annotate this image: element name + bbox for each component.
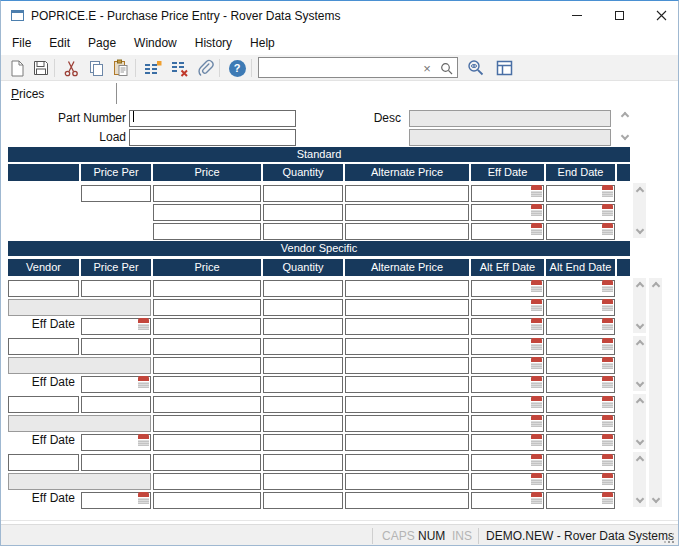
vendor-section-scrollbar[interactable]: [649, 278, 662, 507]
standard-scrollbar[interactable]: [633, 183, 646, 238]
calendar-icon[interactable]: [531, 204, 542, 216]
vendor-alternate-price-input[interactable]: [345, 280, 469, 297]
calendar-icon[interactable]: [531, 223, 542, 235]
vendor-quantity-input[interactable]: [263, 396, 343, 413]
standard-price-input[interactable]: [153, 185, 261, 202]
maximize-button[interactable]: [602, 1, 636, 30]
scroll-up-icon[interactable]: [635, 456, 643, 464]
vendor-price-input[interactable]: [153, 376, 261, 393]
calendar-icon[interactable]: [602, 434, 613, 446]
calendar-icon[interactable]: [531, 318, 542, 330]
vendor-price-per-input[interactable]: [81, 454, 151, 471]
tab-prices[interactable]: Prices: [11, 87, 44, 101]
search-clear-icon[interactable]: ×: [419, 60, 435, 76]
insert-row-button[interactable]: [142, 57, 164, 79]
vendor-price-input[interactable]: [153, 454, 261, 471]
standard-price-per-input[interactable]: [81, 185, 151, 202]
vendor-alternate-price-input[interactable]: [345, 396, 469, 413]
layout-button[interactable]: [493, 57, 515, 79]
load-input[interactable]: [129, 129, 296, 146]
standard-price-input[interactable]: [153, 204, 261, 221]
calendar-icon[interactable]: [531, 338, 542, 350]
standard-quantity-input[interactable]: [263, 185, 343, 202]
calendar-icon[interactable]: [602, 280, 613, 292]
vendor-price-input[interactable]: [153, 415, 261, 432]
new-button[interactable]: [6, 57, 28, 79]
calendar-icon[interactable]: [602, 185, 613, 197]
vendor-alternate-price-input[interactable]: [345, 434, 469, 451]
vendor-alternate-price-input[interactable]: [345, 454, 469, 471]
calendar-icon[interactable]: [531, 357, 542, 369]
calendar-icon[interactable]: [602, 454, 613, 466]
title-bar[interactable]: POPRICE.E - Purchase Price Entry - Rover…: [1, 1, 678, 31]
vendor-alternate-price-input[interactable]: [345, 492, 469, 509]
close-button[interactable]: [644, 1, 678, 30]
scroll-up-icon[interactable]: [635, 187, 643, 195]
menu-page[interactable]: Page: [79, 32, 125, 54]
menu-history[interactable]: History: [186, 32, 241, 54]
vendor-quantity-input[interactable]: [263, 280, 343, 297]
calendar-icon[interactable]: [602, 415, 613, 427]
vendor-alternate-price-input[interactable]: [345, 338, 469, 355]
vendor-alternate-price-input[interactable]: [345, 299, 469, 316]
calendar-icon[interactable]: [531, 185, 542, 197]
scroll-down-icon[interactable]: [635, 495, 643, 503]
vendor-group-scrollbar[interactable]: [633, 394, 646, 449]
vendor-price-input[interactable]: [153, 473, 261, 490]
calendar-icon[interactable]: [602, 473, 613, 485]
search-input[interactable]: [261, 59, 419, 76]
calendar-icon[interactable]: [138, 318, 149, 330]
scroll-up-icon[interactable]: [635, 282, 643, 290]
calendar-icon[interactable]: [602, 204, 613, 216]
scroll-up-icon[interactable]: [651, 282, 659, 290]
desc-scroll-up[interactable]: [617, 109, 633, 123]
scroll-down-icon[interactable]: [635, 437, 643, 445]
standard-price-input[interactable]: [153, 223, 261, 240]
vendor-price-input[interactable]: [153, 357, 261, 374]
standard-quantity-input[interactable]: [263, 223, 343, 240]
vendor-quantity-input[interactable]: [263, 338, 343, 355]
calendar-icon[interactable]: [531, 473, 542, 485]
vendor-quantity-input[interactable]: [263, 318, 343, 335]
vendor-price-input[interactable]: [153, 338, 261, 355]
attachment-button[interactable]: [194, 57, 216, 79]
vendor-alternate-price-input[interactable]: [345, 318, 469, 335]
vendor-input[interactable]: [8, 280, 79, 297]
vendor-input[interactable]: [8, 454, 79, 471]
calendar-icon[interactable]: [602, 396, 613, 408]
calendar-icon[interactable]: [531, 280, 542, 292]
lookup-button[interactable]: [465, 57, 487, 79]
vendor-quantity-input[interactable]: [263, 434, 343, 451]
vendor-price-input[interactable]: [153, 492, 261, 509]
vendor-group-scrollbar[interactable]: [633, 336, 646, 391]
vendor-alternate-price-input[interactable]: [345, 415, 469, 432]
vendor-group-scrollbar[interactable]: [633, 278, 646, 333]
scroll-up-icon[interactable]: [635, 340, 643, 348]
standard-alternate-price-input[interactable]: [345, 185, 469, 202]
delete-row-button[interactable]: [169, 57, 191, 79]
scroll-down-icon[interactable]: [635, 321, 643, 329]
vendor-quantity-input[interactable]: [263, 376, 343, 393]
menu-edit[interactable]: Edit: [40, 32, 79, 54]
calendar-icon[interactable]: [138, 434, 149, 446]
scroll-up-icon[interactable]: [635, 398, 643, 406]
vendor-alternate-price-input[interactable]: [345, 473, 469, 490]
vendor-alternate-price-input[interactable]: [345, 376, 469, 393]
calendar-icon[interactable]: [531, 454, 542, 466]
vendor-price-input[interactable]: [153, 396, 261, 413]
vendor-alternate-price-input[interactable]: [345, 357, 469, 374]
calendar-icon[interactable]: [531, 434, 542, 446]
help-button[interactable]: ?: [226, 57, 248, 79]
menu-file[interactable]: File: [3, 32, 40, 54]
scroll-down-icon[interactable]: [635, 379, 643, 387]
calendar-icon[interactable]: [602, 338, 613, 350]
standard-alternate-price-input[interactable]: [345, 223, 469, 240]
search-icon[interactable]: [438, 60, 454, 76]
calendar-icon[interactable]: [602, 376, 613, 388]
calendar-icon[interactable]: [531, 396, 542, 408]
menu-help[interactable]: Help: [241, 32, 284, 54]
calendar-icon[interactable]: [138, 376, 149, 388]
vendor-price-input[interactable]: [153, 434, 261, 451]
standard-quantity-input[interactable]: [263, 204, 343, 221]
standard-alternate-price-input[interactable]: [345, 204, 469, 221]
